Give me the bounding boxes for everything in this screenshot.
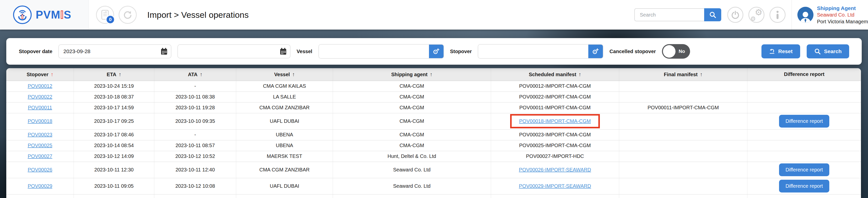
- scheduled-manifest-cell: POV00011-IMPORT-CMA-CGM: [491, 102, 619, 113]
- ata-cell: 2023-10-11 19:28: [154, 102, 236, 113]
- sort-arrow-icon: ↑: [292, 71, 295, 77]
- column-header-eta[interactable]: ETA↑: [74, 68, 154, 81]
- stopover-lookup-button[interactable]: [588, 45, 603, 58]
- refresh-button[interactable]: [119, 6, 137, 24]
- eta-cell: 2023-10-24 15:19: [74, 81, 154, 91]
- scheduled-manifest-cell: POV00025-IMPORT-CMA-CGM: [491, 140, 619, 151]
- stopover-link[interactable]: POV00011: [28, 105, 52, 110]
- search-plus-icon: [592, 48, 599, 55]
- stopover-link[interactable]: POV00029: [28, 183, 52, 189]
- vessel-cell: CMA CGM ZANZIBAR: [236, 162, 333, 178]
- stopover-link[interactable]: POV00012: [28, 83, 52, 89]
- difference-report-button[interactable]: Difference report: [779, 163, 830, 176]
- global-search-button[interactable]: [704, 8, 721, 21]
- filler-cell: [6, 194, 74, 198]
- final-manifest-cell: [619, 81, 747, 91]
- scheduled-manifest-link[interactable]: POV00018-IMPORT-CMA-CGM: [519, 118, 591, 124]
- final-manifest-cell: [619, 91, 747, 102]
- scheduled-manifest-link[interactable]: POV00026-IMPORT-SEAWARD: [519, 167, 591, 172]
- stopover-date-to-input[interactable]: [178, 48, 276, 54]
- scheduled-manifest-cell: POV00022-IMPORT-CMA-CGM: [491, 91, 619, 102]
- user-role: Shipping Agent: [817, 5, 868, 11]
- vessel-cell: MAERSK TEST: [236, 151, 333, 162]
- stopover-cell: POV00022: [6, 91, 74, 102]
- stopover-link[interactable]: POV00026: [28, 167, 52, 172]
- table-row: POV000222023-10-18 08:372023-10-11 08:38…: [6, 91, 861, 102]
- user-avatar[interactable]: [797, 7, 813, 23]
- filler-cell: [619, 194, 747, 198]
- filler-cell: [154, 194, 236, 198]
- stopover-date-from-input[interactable]: [59, 48, 157, 54]
- info-button[interactable]: [770, 7, 785, 23]
- stopover-input[interactable]: [478, 45, 588, 58]
- column-header-shipping-agent[interactable]: Shipping agent↑: [333, 68, 491, 81]
- stopover-cell: POV00026: [6, 162, 74, 178]
- shipping-agent-cell: CMA-CGM: [333, 113, 491, 129]
- shipping-agent-cell: Seaward Co. Ltd: [333, 162, 491, 178]
- scheduled-manifest-link[interactable]: POV00029-IMPORT-SEAWARD: [519, 183, 591, 189]
- page-title: Import > Vessel operations: [147, 10, 249, 20]
- sort-arrow-icon: ↑: [700, 71, 703, 77]
- app-header: PVMIS 0 Import > Vessel operations: [0, 0, 868, 30]
- logout-button[interactable]: [727, 7, 743, 23]
- vessel-operations-table-card: Stopover↑ETA↑ATA↑Vessel↑Shipping agent↑S…: [6, 68, 861, 198]
- stopover-link[interactable]: POV00022: [28, 94, 52, 100]
- shipping-agent-cell: CMA-CGM: [333, 129, 491, 140]
- shipping-agent-cell: CMA-CGM: [333, 102, 491, 113]
- global-search: [634, 8, 721, 21]
- logo-text: PVMIS: [36, 8, 71, 21]
- scheduled-manifest-cell: POV00027-IMPORT-HDC: [491, 151, 619, 162]
- reset-button[interactable]: Reset: [762, 44, 800, 58]
- calendar-button[interactable]: [276, 45, 290, 58]
- stopover-link[interactable]: POV00025: [28, 143, 52, 148]
- vessel-input[interactable]: [319, 45, 429, 58]
- app-logo[interactable]: PVMIS: [0, 0, 89, 30]
- stopover-cell: POV00011: [6, 102, 74, 113]
- settings-button[interactable]: ⚙⚙: [748, 7, 765, 23]
- column-header-ata[interactable]: ATA↑: [154, 68, 236, 81]
- vessel-label: Vessel: [297, 49, 312, 54]
- final-manifest-cell: [619, 129, 747, 140]
- vessel-lookup-button[interactable]: [429, 45, 443, 58]
- ata-cell: 2023-10-12 10:52: [154, 151, 236, 162]
- filter-search-button[interactable]: Search: [807, 44, 849, 58]
- difference-report-button[interactable]: Difference report: [779, 180, 830, 193]
- difference-report-cell: [747, 81, 861, 91]
- column-header-final-manifest[interactable]: Final manifest↑: [619, 68, 747, 81]
- anchor-icon: [17, 8, 28, 21]
- calendar-button[interactable]: [157, 45, 171, 58]
- shipping-agent-cell: CMA-CGM: [333, 140, 491, 151]
- search-icon: [814, 48, 821, 55]
- stopover-cell: POV00029: [6, 178, 74, 194]
- scheduled-manifest-text: POV00027-IMPORT-HDC: [526, 153, 584, 159]
- eta-cell: 2023-10-18 08:37: [74, 91, 154, 102]
- documents-queue-button[interactable]: 0: [96, 6, 114, 24]
- anchor-logo-icon: [13, 5, 32, 24]
- stopover-link[interactable]: POV00018: [28, 118, 52, 124]
- cancelled-stopover-toggle[interactable]: No: [662, 44, 690, 58]
- highlight-box: POV00018-IMPORT-CMA-CGM: [510, 114, 600, 128]
- column-header-scheduled-manifest[interactable]: Scheduled manifest↑: [491, 68, 619, 81]
- column-header-vessel[interactable]: Vessel↑: [236, 68, 333, 81]
- sort-arrow-icon: ↑: [51, 71, 54, 77]
- filler-cell: [747, 194, 861, 198]
- difference-report-button[interactable]: Difference report: [779, 115, 830, 127]
- shipping-agent-cell: CMA-CGM: [333, 91, 491, 102]
- reset-undo-icon: [769, 48, 775, 54]
- column-header-stopover[interactable]: Stopover↑: [6, 68, 74, 81]
- toggle-knob-icon: [663, 45, 676, 57]
- stopover-cell: POV00018: [6, 113, 74, 129]
- filler-cell: [236, 194, 333, 198]
- stopover-link[interactable]: POV00023: [28, 132, 52, 137]
- stopover-link[interactable]: POV00027: [28, 153, 52, 159]
- cancelled-stopover-label: Cancelled stopover: [610, 49, 656, 54]
- eta-cell: 2023-10-11 09:05: [74, 178, 154, 194]
- stopover-cell: POV00023: [6, 129, 74, 140]
- filter-bar: Stopover date Vessel: [6, 38, 862, 65]
- stopover-cell: POV00012: [6, 81, 74, 91]
- global-search-input[interactable]: [634, 8, 704, 21]
- search-icon: [709, 11, 716, 18]
- final-manifest-cell: [619, 162, 747, 178]
- user-organization: Port Victoria Managem: [817, 18, 868, 25]
- ata-cell: 2023-10-11 12:40: [154, 162, 236, 178]
